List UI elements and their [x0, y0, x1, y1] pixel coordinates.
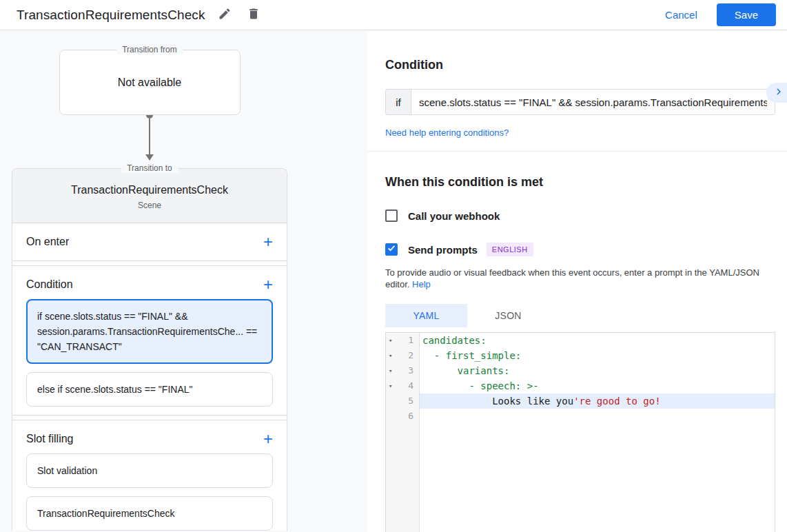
call-webhook-checkbox[interactable] [385, 209, 398, 222]
prompt-hint-body: To provide audio or visual feedback when… [385, 267, 759, 289]
slot-card-transaction[interactable]: TransactionRequirementsCheck [26, 496, 273, 531]
edit-title-button[interactable] [215, 4, 234, 25]
condition-card-selected[interactable]: if scene.slots.status == "FINAL" && sess… [26, 299, 273, 364]
editor-code-content[interactable] [420, 409, 775, 424]
fold-arrow-icon[interactable] [389, 363, 392, 378]
condition-detail-panel: Condition if Need help entering conditio… [367, 30, 787, 532]
transition-to-legend: Transition to [121, 163, 178, 173]
on-enter-section: On enter [12, 223, 287, 261]
if-prefix-label: if [385, 89, 411, 115]
section-divider [367, 151, 787, 152]
scene-type-label: Scene [19, 201, 280, 210]
send-prompts-label: Send prompts [408, 244, 478, 256]
editor-code-content[interactable]: - first_simple: [420, 348, 775, 363]
condition-section: Condition if scene.slots.status == "FINA… [12, 266, 287, 416]
tab-yaml[interactable]: YAML [385, 304, 467, 327]
transition-from-legend: Transition from [116, 45, 183, 54]
condition-label: Condition [26, 278, 73, 291]
editor-code-content[interactable]: - speech: >- [420, 378, 775, 393]
code-editor-lines: 1candidates:2 - first_simple:3 variants:… [386, 333, 775, 424]
save-button[interactable]: Save [717, 3, 776, 26]
top-bar: TransactionRequirementsCheck Cancel Save [0, 0, 787, 30]
condition-heading: Condition [385, 58, 775, 72]
add-on-enter-icon[interactable] [263, 236, 273, 248]
call-webhook-label: Call your webhook [408, 210, 500, 222]
page-title: TransactionRequirementsCheck [17, 8, 205, 23]
prompt-help-link[interactable]: Help [412, 279, 431, 289]
slot-filling-label: Slot filling [26, 433, 73, 445]
yaml-code-editor[interactable]: 1candidates:2 - first_simple:3 variants:… [385, 332, 775, 532]
editor-format-tabs: YAML JSON [385, 304, 775, 327]
editor-line-number: 5 [386, 393, 420, 409]
editor-line[interactable]: 6 [386, 409, 775, 424]
on-enter-label: On enter [26, 236, 69, 248]
slot-filling-section: Slot filling Slot validation Transaction… [12, 420, 287, 531]
slot-card-validation[interactable]: Slot validation [26, 453, 273, 488]
editor-line[interactable]: 1candidates: [386, 333, 775, 348]
transition-from-box: Transition from Not available [59, 50, 241, 115]
prompts-checkbox-row: Send prompts ENGLISH [385, 243, 775, 256]
delete-scene-button[interactable] [244, 4, 263, 25]
language-badge: ENGLISH [487, 243, 533, 256]
transition-connector [12, 112, 287, 161]
editor-line-number: 6 [386, 409, 420, 424]
collapse-panel-button[interactable] [766, 83, 787, 103]
fold-arrow-icon[interactable] [389, 333, 392, 348]
condition-expression-row: if [385, 89, 775, 115]
section-gap [12, 261, 287, 266]
fold-arrow-icon[interactable] [389, 348, 392, 363]
webhook-checkbox-row: Call your webhook [385, 209, 775, 222]
editor-line-number: 4 [386, 378, 420, 393]
conditions-help-link[interactable]: Need help entering conditions? [385, 127, 509, 138]
pencil-icon [218, 7, 232, 23]
transition-to-card: Transition to TransactionRequirementsChe… [12, 168, 287, 531]
arrow-down-icon [145, 154, 154, 161]
editor-line[interactable]: 3 variants: [386, 363, 775, 378]
prompt-hint-text: To provide audio or visual feedback when… [385, 267, 775, 290]
editor-code-content[interactable]: variants: [420, 363, 775, 378]
editor-code-content[interactable]: Looks like you're good to go! [420, 393, 775, 409]
send-prompts-checkbox[interactable] [385, 243, 398, 256]
chevron-right-icon [773, 85, 785, 100]
condition-expression-input[interactable] [411, 89, 775, 115]
tab-json[interactable]: JSON [467, 304, 549, 327]
scene-diagram-panel: Transition from Not available Transition… [0, 30, 367, 532]
add-slot-icon[interactable] [263, 433, 273, 445]
editor-line[interactable]: 2 - first_simple: [386, 348, 775, 363]
editor-line[interactable]: 5 Looks like you're good to go! [386, 393, 775, 409]
cancel-button[interactable]: Cancel [665, 9, 697, 21]
check-icon [387, 243, 396, 256]
connector-line [149, 119, 150, 154]
when-met-heading: When this condition is met [385, 175, 775, 190]
editor-line-number: 3 [386, 363, 420, 378]
trash-icon [247, 7, 260, 23]
condition-card[interactable]: else if scene.slots.status == "FINAL" [26, 372, 273, 407]
scene-name: TransactionRequirementsCheck [19, 184, 280, 196]
editor-line-number: 1 [386, 333, 420, 348]
add-condition-icon[interactable] [263, 278, 273, 291]
scene-card-header[interactable]: TransactionRequirementsCheck Scene [12, 169, 287, 223]
editor-line[interactable]: 4 - speech: >- [386, 378, 775, 393]
editor-line-number: 2 [386, 348, 420, 363]
fold-arrow-icon[interactable] [389, 378, 392, 393]
editor-code-content[interactable]: candidates: [420, 333, 775, 348]
transition-from-value: Not available [118, 76, 182, 89]
section-gap [12, 416, 287, 420]
